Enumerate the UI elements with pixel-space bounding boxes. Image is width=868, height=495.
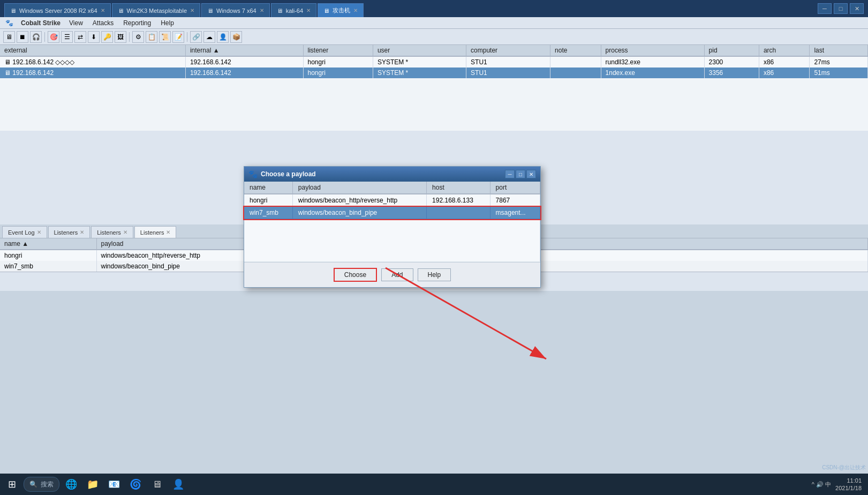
dialog-table-row-selected[interactable]: win7_smb windows/beacon_bind_pipe msagen… bbox=[244, 207, 540, 219]
maximize-button[interactable]: □ bbox=[834, 3, 848, 14]
col-last[interactable]: last bbox=[810, 45, 868, 56]
cell-computer: STU1 bbox=[466, 56, 550, 68]
menu-attacks[interactable]: Attacks bbox=[88, 18, 118, 28]
tab-close[interactable]: ✕ bbox=[353, 8, 358, 13]
cell-listener: hongri bbox=[303, 68, 373, 78]
dialog-add-button[interactable]: Add bbox=[381, 268, 413, 281]
dialog-col-host[interactable]: host bbox=[427, 182, 490, 194]
cell-arch: x86 bbox=[759, 56, 809, 68]
pivot-btn[interactable]: ⇄ bbox=[74, 31, 86, 43]
dialog-maximize[interactable]: □ bbox=[516, 170, 525, 178]
tab-close[interactable]: ✕ bbox=[260, 8, 264, 13]
col-process[interactable]: process bbox=[601, 45, 704, 56]
col-computer[interactable]: computer bbox=[466, 45, 550, 56]
script2-btn[interactable]: 📝 bbox=[172, 31, 184, 43]
table-header-row: external internal ▲ listener user comput… bbox=[0, 45, 868, 56]
taskbar-app-3[interactable]: 📧 bbox=[104, 475, 124, 494]
download-btn[interactable]: ⬇ bbox=[88, 31, 100, 43]
menu-view[interactable]: View bbox=[65, 18, 87, 28]
tab-event-log[interactable]: Event Log ✕ bbox=[2, 226, 47, 238]
tab-win2008[interactable]: 🖥 Windows Server 2008 R2 x64 ✕ bbox=[4, 3, 111, 17]
cloud-btn[interactable]: ☁ bbox=[203, 31, 215, 43]
dialog-col-payload[interactable]: payload bbox=[292, 182, 426, 194]
cell-internal: 192.168.6.142 bbox=[185, 68, 303, 78]
dialog-cell-name: hongri bbox=[244, 194, 292, 207]
dialog-listener-table: name payload host port hongri windows/be… bbox=[244, 182, 540, 262]
tab-listeners-3[interactable]: Listeners ✕ bbox=[134, 226, 177, 238]
dialog-cell-port: 7867 bbox=[490, 194, 540, 207]
tab-listeners-2[interactable]: Listeners ✕ bbox=[91, 226, 133, 238]
col-name[interactable]: name ▲ bbox=[0, 238, 96, 250]
taskbar-app-1[interactable]: 🌐 bbox=[62, 475, 81, 494]
choose-button[interactable]: Choose bbox=[334, 268, 377, 282]
beacon-table: external internal ▲ listener user comput… bbox=[0, 45, 868, 78]
listener-name: win7_smb bbox=[0, 261, 96, 272]
tab-close-icon[interactable]: ✕ bbox=[37, 229, 41, 235]
col-payload[interactable]: payload bbox=[96, 238, 257, 250]
tab-label: Listeners bbox=[97, 229, 121, 236]
tab-win7[interactable]: 🖥 Windows 7 x64 ✕ bbox=[201, 3, 270, 17]
cell-computer: STU1 bbox=[466, 68, 550, 78]
taskbar-app-6[interactable]: 👤 bbox=[169, 475, 188, 494]
tab-close[interactable]: ✕ bbox=[101, 8, 105, 13]
dialog-close[interactable]: ✕ bbox=[526, 170, 536, 178]
table-row[interactable]: 🖥 192.168.6.142 192.168.6.142 hongri SYS… bbox=[0, 68, 868, 78]
minimize-button[interactable]: ─ bbox=[818, 3, 832, 14]
cell-note bbox=[550, 56, 601, 68]
cell-process: rundll32.exe bbox=[601, 56, 704, 68]
targets-btn[interactable]: 🎯 bbox=[48, 31, 59, 43]
col-arch[interactable]: arch bbox=[759, 45, 809, 56]
new-connection-btn[interactable]: 🖥 bbox=[3, 31, 15, 43]
col-external[interactable]: external bbox=[0, 45, 185, 56]
copy-btn[interactable]: 📋 bbox=[146, 31, 157, 43]
dialog-help-button[interactable]: Help bbox=[418, 268, 451, 281]
disconnect-btn[interactable]: ⏹ bbox=[17, 31, 28, 43]
image-btn[interactable]: 🖼 bbox=[115, 31, 126, 43]
script-btn[interactable]: 📜 bbox=[159, 31, 171, 43]
dialog-table-row[interactable]: hongri windows/beacon_http/reverse_http … bbox=[244, 194, 540, 207]
tab-kali[interactable]: 🖥 kali-64 ✕ bbox=[271, 3, 316, 17]
dialog-title: Choose a payload bbox=[261, 170, 502, 178]
cube-btn[interactable]: 📦 bbox=[230, 31, 242, 43]
dialog-title-icon: 🐾 bbox=[248, 170, 258, 178]
tab-close-icon[interactable]: ✕ bbox=[166, 229, 170, 235]
tab-icon: 🖥 bbox=[277, 8, 283, 14]
dialog-col-port[interactable]: port bbox=[490, 182, 540, 194]
dialog-cell-host bbox=[427, 207, 490, 219]
col-user[interactable]: user bbox=[373, 45, 466, 56]
dialog-minimize[interactable]: ─ bbox=[505, 170, 515, 178]
tab-attack[interactable]: 🖥 攻击机 ✕ bbox=[318, 3, 364, 17]
headphones-btn[interactable]: 🎧 bbox=[30, 31, 42, 43]
taskbar-app-5[interactable]: 🖥 bbox=[147, 475, 167, 494]
taskbar-app-2[interactable]: 📁 bbox=[83, 475, 102, 494]
col-internal[interactable]: internal ▲ bbox=[185, 45, 303, 56]
taskbar-search[interactable]: 🔍 搜索 bbox=[24, 477, 59, 492]
cell-pid: 2300 bbox=[704, 56, 759, 68]
col-note[interactable]: note bbox=[550, 45, 601, 56]
col-pid[interactable]: pid bbox=[704, 45, 759, 56]
dialog-empty-row bbox=[244, 219, 540, 262]
menu-help[interactable]: Help bbox=[156, 18, 178, 28]
tab-listeners-1[interactable]: Listeners ✕ bbox=[48, 226, 90, 238]
dialog-cell-payload: windows/beacon_http/reverse_http bbox=[292, 194, 426, 207]
tab-close-icon[interactable]: ✕ bbox=[80, 229, 84, 235]
agent-btn[interactable]: 👤 bbox=[217, 31, 229, 43]
col-listener[interactable]: listener bbox=[303, 45, 373, 56]
main-table-area: external internal ▲ listener user comput… bbox=[0, 45, 868, 131]
settings-btn[interactable]: ⚙ bbox=[132, 31, 144, 43]
table-row[interactable]: 🖥 192.168.6.142 ◇◇◇◇ 192.168.6.142 hongr… bbox=[0, 56, 868, 68]
menu-reporting[interactable]: Reporting bbox=[119, 18, 155, 28]
list-btn[interactable]: ☰ bbox=[61, 31, 73, 43]
close-button[interactable]: ✕ bbox=[850, 3, 864, 14]
link-btn[interactable]: 🔗 bbox=[190, 31, 202, 43]
tab-close-icon[interactable]: ✕ bbox=[123, 229, 127, 235]
cell-user: SYSTEM * bbox=[373, 68, 466, 78]
cell-process: 1ndex.exe bbox=[601, 68, 704, 78]
dialog-col-name[interactable]: name bbox=[244, 182, 292, 194]
tab-win2k3[interactable]: 🖥 Win2K3 Metasploitable ✕ bbox=[112, 3, 201, 17]
tab-close[interactable]: ✕ bbox=[306, 8, 311, 13]
key-btn[interactable]: 🔑 bbox=[101, 31, 113, 43]
taskbar-app-4[interactable]: 🌀 bbox=[126, 475, 145, 494]
tab-close[interactable]: ✕ bbox=[190, 8, 194, 13]
start-button[interactable]: ⊞ bbox=[2, 475, 21, 494]
